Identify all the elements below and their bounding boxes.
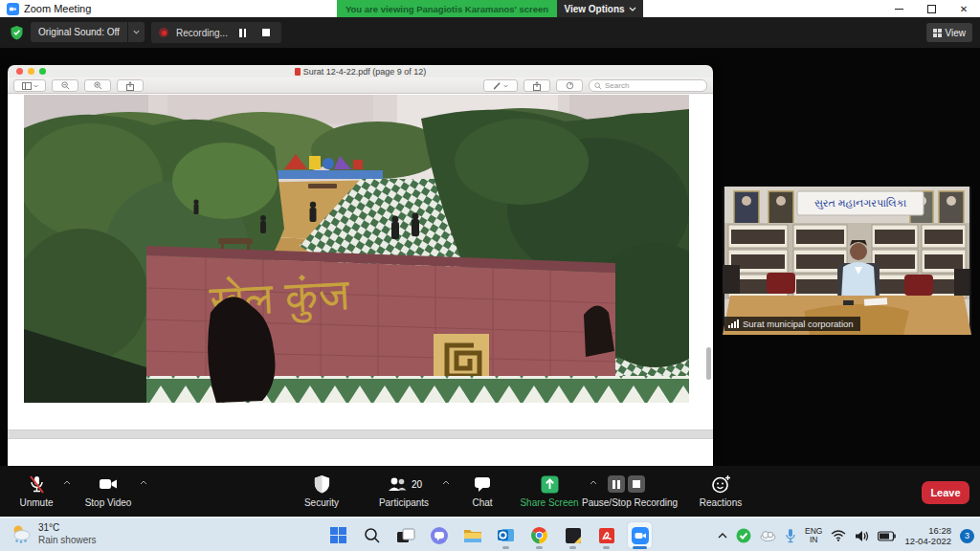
encryption-shield-icon xyxy=(10,25,24,44)
share-screen-icon xyxy=(540,474,560,495)
battery-icon[interactable] xyxy=(878,531,896,541)
zoom-in-icon xyxy=(94,81,102,90)
volume-icon[interactable] xyxy=(855,530,869,542)
time: 16:28 xyxy=(904,525,951,536)
close-button[interactable]: ✕ xyxy=(947,0,980,17)
windows-taskbar: 31°C Rain showers xyxy=(0,517,980,551)
pdf-window-title: Surat 12-4-22.pdf (page 9 of 12) xyxy=(295,67,427,77)
markup-button[interactable] xyxy=(483,79,518,92)
sticky-notes-button[interactable] xyxy=(561,522,585,548)
acrobat-icon xyxy=(598,527,615,544)
task-view-button[interactable] xyxy=(393,522,417,548)
chevron-down-icon xyxy=(33,84,38,88)
app-title: Zoom Meeting xyxy=(24,3,91,14)
leave-button[interactable]: Leave xyxy=(922,481,969,504)
unmute-options-chevron[interactable] xyxy=(63,480,71,485)
view-layout-button[interactable]: View xyxy=(926,23,973,42)
file-explorer-button[interactable] xyxy=(460,522,484,548)
search-icon xyxy=(364,527,381,544)
recording-controls: Pause/Stop Recording xyxy=(582,473,670,508)
sidebar-icon xyxy=(22,82,32,90)
smiley-plus-icon xyxy=(711,474,731,495)
sticky-notes-icon xyxy=(565,527,582,544)
stop-video-button[interactable]: Stop Video xyxy=(80,473,136,508)
weather-icon xyxy=(10,522,33,545)
chevron-down-icon xyxy=(503,84,508,88)
share-screen-button[interactable]: Share Screen xyxy=(513,473,586,508)
weather-text: 31°C Rain showers xyxy=(38,521,97,546)
pdf-search-field[interactable]: Search xyxy=(589,79,707,92)
zoom-in-button[interactable] xyxy=(84,79,111,92)
restore-icon xyxy=(927,5,936,13)
notification-badge[interactable]: 3 xyxy=(960,529,974,543)
system-tray: ENG IN 16:28 12-04-2022 3 xyxy=(718,520,974,551)
fullscreen-window-icon[interactable] xyxy=(39,68,46,75)
stop-recording-button[interactable] xyxy=(628,475,645,493)
pause-recording-button[interactable] xyxy=(608,475,625,493)
chevron-down-icon xyxy=(133,30,140,34)
language-indicator[interactable]: ENG IN xyxy=(805,527,822,544)
search-icon xyxy=(594,82,602,90)
window-controls: ✕ xyxy=(882,0,980,17)
rotate-icon xyxy=(566,81,574,90)
participants-button[interactable]: 20 Participants xyxy=(371,473,436,508)
shield-icon xyxy=(313,474,331,494)
zoom-out-button[interactable] xyxy=(52,79,78,92)
share-file-button[interactable] xyxy=(117,79,144,92)
pdf-page-area[interactable]: खेल कुंज xyxy=(8,94,713,466)
export-button[interactable] xyxy=(523,79,550,92)
video-options-chevron[interactable] xyxy=(140,480,147,485)
unmute-button[interactable]: Unmute xyxy=(11,473,61,508)
original-sound-dropdown[interactable] xyxy=(127,22,145,42)
minimize-window-icon[interactable] xyxy=(28,68,34,75)
weather-widget[interactable]: 31°C Rain showers xyxy=(10,521,97,546)
search-button[interactable] xyxy=(360,522,384,548)
participant-name-label: Surat municipal corporation xyxy=(724,317,860,331)
chrome-button[interactable] xyxy=(527,522,551,548)
sidebar-toggle-button[interactable] xyxy=(13,79,46,92)
wifi-icon[interactable] xyxy=(831,530,846,541)
clock[interactable]: 16:28 12-04-2022 xyxy=(904,525,951,546)
pause-recording-button[interactable] xyxy=(235,25,251,40)
pdf-toolbar-left xyxy=(13,79,144,92)
start-button[interactable] xyxy=(326,522,350,548)
chrome-icon xyxy=(530,526,548,544)
temperature: 31°C xyxy=(38,521,97,534)
view-options-button[interactable]: View Options xyxy=(557,0,643,17)
teams-chat-button[interactable] xyxy=(427,522,451,548)
participants-count: 20 xyxy=(412,479,422,490)
box-arrow-up-icon xyxy=(533,81,541,91)
zoom-toolbar: Unmute Stop Video Security xyxy=(0,466,980,517)
minimize-button[interactable] xyxy=(882,0,915,17)
zoom-taskbar-button[interactable] xyxy=(628,522,652,548)
participants-options-chevron[interactable] xyxy=(442,480,450,485)
restore-button[interactable] xyxy=(915,0,947,17)
folder-icon xyxy=(463,527,482,544)
screen-share-banner: You are viewing Panagiotis Karamanos' sc… xyxy=(337,0,557,17)
windows-icon xyxy=(329,526,347,544)
mic-muted-icon xyxy=(27,474,47,495)
tray-expand-chevron[interactable] xyxy=(718,533,727,539)
video-feed: સુરત મહાનગરપાલિકા xyxy=(723,187,971,335)
participant-video-tile[interactable]: સુરત મહાનગરપાલિકા xyxy=(723,187,971,335)
chat-button[interactable]: Chat xyxy=(461,473,503,508)
security-button[interactable]: Security xyxy=(293,473,350,508)
pdf-preview-window[interactable]: Surat 12-4-22.pdf (page 9 of 12) xyxy=(8,65,713,466)
page-separator xyxy=(8,430,713,439)
antivirus-check-icon[interactable] xyxy=(736,528,751,543)
stop-recording-button[interactable] xyxy=(258,25,274,40)
outlook-button[interactable] xyxy=(494,522,518,548)
pdf-scrollbar[interactable] xyxy=(706,347,711,380)
rotate-button[interactable] xyxy=(556,79,583,92)
date: 12-04-2022 xyxy=(904,536,951,546)
microphone-in-use-icon[interactable] xyxy=(785,528,796,543)
audio-level-icon xyxy=(728,320,739,328)
reactions-button[interactable]: Reactions xyxy=(691,473,750,508)
original-sound-button[interactable]: Original Sound: Off xyxy=(31,22,145,42)
acrobat-button[interactable] xyxy=(594,522,618,548)
pdf-titlebar: Surat 12-4-22.pdf (page 9 of 12) xyxy=(8,65,713,77)
minimize-icon xyxy=(895,9,903,10)
close-window-icon[interactable] xyxy=(16,68,23,75)
onedrive-cloud-icon[interactable] xyxy=(760,530,776,541)
architectural-rendering: खेल कुंज xyxy=(24,95,689,403)
